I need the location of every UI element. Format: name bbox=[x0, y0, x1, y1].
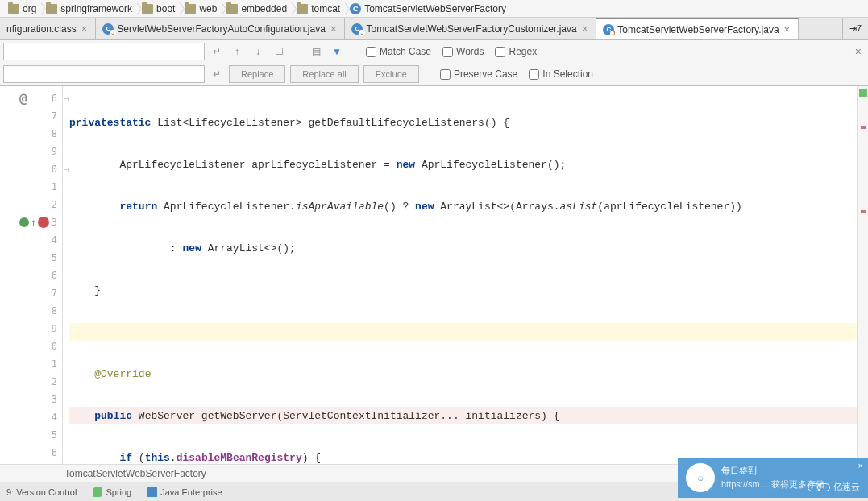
close-icon[interactable]: × bbox=[80, 23, 89, 35]
folder-icon bbox=[46, 4, 57, 14]
fold-icon[interactable]: ⊟ bbox=[64, 94, 69, 103]
tab-3[interactable]: CTomcatServletWebServerFactory.java× bbox=[596, 18, 799, 39]
preserve-case-checkbox[interactable]: Preserve Case bbox=[440, 68, 517, 80]
replace-input[interactable] bbox=[3, 65, 205, 83]
close-find-button[interactable]: × bbox=[855, 45, 862, 58]
folder-icon bbox=[8, 4, 19, 14]
error-marker[interactable] bbox=[861, 210, 866, 213]
crumb-tomcat[interactable]: tomcat bbox=[292, 0, 345, 17]
replace-all-button[interactable]: Replace all bbox=[290, 65, 358, 83]
words-checkbox[interactable]: Words bbox=[442, 46, 484, 57]
select-all-occurrences-button[interactable]: ☐ bbox=[271, 43, 287, 60]
crumb-label: boot bbox=[156, 3, 175, 14]
breakpoint-icon[interactable] bbox=[38, 217, 49, 228]
java-class-icon: C bbox=[351, 23, 363, 35]
java-enterprise-tab[interactable]: Java Enterprise bbox=[147, 487, 222, 497]
popup-title: 每日签到 bbox=[721, 465, 824, 477]
replace-button[interactable]: Replace bbox=[229, 65, 285, 83]
crumb-web[interactable]: web bbox=[180, 0, 222, 17]
gutter: @6⊟ 7 8 9 0⊟ 1 2 ↑3 4 5 6 7 8 9 0 1 2 3 … bbox=[0, 86, 63, 473]
close-icon[interactable]: × bbox=[580, 23, 590, 35]
crumb-class[interactable]: CTomcatServletWebServerFactory bbox=[345, 0, 511, 17]
folder-icon bbox=[226, 4, 238, 14]
crumb-embedded[interactable]: embedded bbox=[222, 0, 292, 17]
tab-label: nfiguration.class bbox=[6, 23, 77, 35]
regex-checkbox[interactable]: Regex bbox=[495, 46, 537, 57]
crumb-label: springframework bbox=[60, 3, 132, 14]
search-input[interactable] bbox=[3, 43, 205, 60]
spring-icon bbox=[93, 487, 102, 497]
analysis-ok-icon bbox=[859, 89, 867, 97]
annotation-icon: @ bbox=[19, 91, 27, 106]
add-selection-button[interactable]: ▤ bbox=[308, 43, 324, 60]
java-class-icon: C bbox=[102, 23, 114, 35]
next-occurrence-button[interactable]: ↓ bbox=[250, 43, 266, 60]
in-selection-checkbox[interactable]: In Selection bbox=[529, 68, 593, 80]
crumb-boot[interactable]: boot bbox=[137, 0, 180, 17]
crumb-org[interactable]: org bbox=[3, 0, 41, 17]
spring-tab[interactable]: Spring bbox=[93, 487, 131, 497]
crumb-label: embedded bbox=[241, 3, 287, 14]
tab-label: TomcatServletWebServerFactory.java bbox=[617, 24, 779, 35]
folder-icon bbox=[142, 4, 153, 14]
tab-2[interactable]: CTomcatServletWebServerFactoryCustomizer… bbox=[345, 18, 596, 39]
crumb-label: TomcatServletWebServerFactory bbox=[364, 3, 506, 14]
close-icon[interactable]: × bbox=[329, 23, 338, 35]
tab-1[interactable]: CServletWebServerFactoryAutoConfiguratio… bbox=[96, 18, 345, 39]
notification-popup[interactable]: × ☺ 每日签到 https://sm… 获得更多存储 亿速云 bbox=[678, 458, 868, 498]
crumb-label: web bbox=[199, 3, 217, 14]
folder-icon bbox=[185, 4, 196, 14]
crumb-label: tomcat bbox=[311, 3, 340, 14]
match-case-checkbox[interactable]: Match Case bbox=[366, 46, 431, 57]
avatar-icon: ☺ bbox=[686, 463, 715, 492]
tab-label: ServletWebServerFactoryAutoConfiguration… bbox=[117, 23, 326, 35]
prev-occurrence-button[interactable]: ↑ bbox=[229, 43, 245, 60]
close-icon[interactable]: × bbox=[783, 23, 792, 35]
java-class-icon: C bbox=[603, 24, 614, 35]
override-icon[interactable] bbox=[19, 217, 29, 227]
java-ee-icon bbox=[147, 487, 157, 497]
tab-label: TomcatServletWebServerFactoryCustomizer.… bbox=[366, 23, 576, 35]
popup-logo: 亿速云 bbox=[808, 481, 860, 493]
version-control-tab[interactable]: 9: Version Control bbox=[6, 487, 77, 497]
code-area[interactable]: private static List<LifecycleListener> g… bbox=[63, 86, 868, 473]
filter-icon[interactable]: ▼ bbox=[329, 43, 345, 60]
code-editor[interactable]: @6⊟ 7 8 9 0⊟ 1 2 ↑3 4 5 6 7 8 9 0 1 2 3 … bbox=[0, 86, 868, 473]
crumb-label: org bbox=[23, 3, 36, 14]
fold-icon[interactable]: ⊟ bbox=[64, 165, 69, 174]
class-icon: C bbox=[350, 3, 361, 14]
breadcrumb: org springframework boot web embedded to… bbox=[0, 0, 868, 18]
scrollbar-markers[interactable] bbox=[857, 86, 868, 473]
crumb-springframework[interactable]: springframework bbox=[41, 0, 137, 17]
error-marker[interactable] bbox=[861, 126, 866, 129]
breadcrumb-status: TomcatServletWebServerFactory bbox=[64, 468, 206, 479]
tab-overflow[interactable]: ⇥7 bbox=[842, 18, 868, 39]
folder-icon bbox=[297, 4, 308, 14]
exclude-button[interactable]: Exclude bbox=[363, 65, 419, 83]
enter-icon: ↵ bbox=[210, 68, 224, 80]
find-replace-bar: ↵ ↑ ↓ ☐ ▤ ▼ Match Case Words Regex ↵ Rep… bbox=[0, 40, 868, 86]
enter-icon: ↵ bbox=[210, 46, 224, 57]
editor-tabs: nfiguration.class× CServletWebServerFact… bbox=[0, 18, 868, 40]
close-icon[interactable]: × bbox=[858, 461, 863, 470]
tab-0[interactable]: nfiguration.class× bbox=[0, 18, 96, 39]
